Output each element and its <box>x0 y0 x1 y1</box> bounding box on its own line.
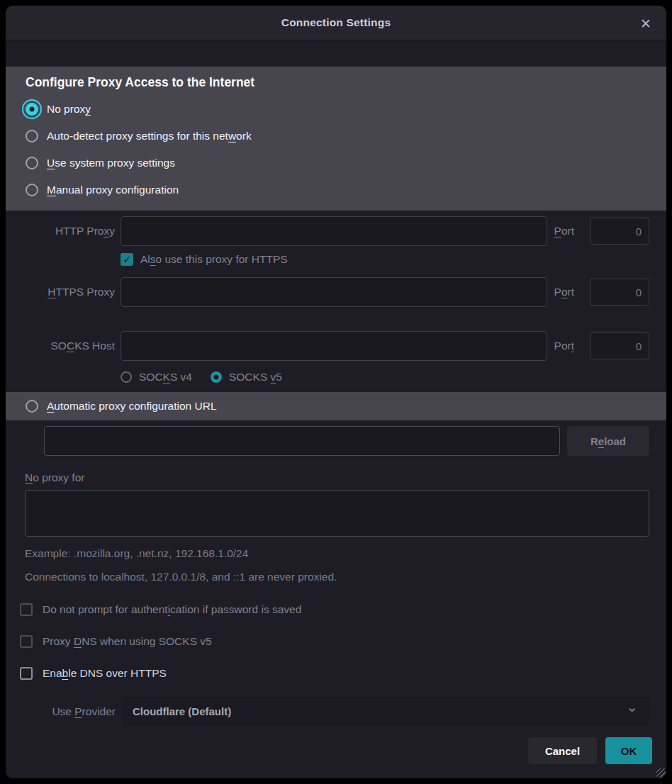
no-proxy-example-text: Example: .mozilla.org, .net.nz, 192.168.… <box>25 547 666 560</box>
socks-port-input[interactable] <box>590 332 649 359</box>
https-port-label: Port <box>554 286 574 298</box>
ok-button[interactable]: OK <box>605 737 652 764</box>
auto-proxy-url-input-row: Reload <box>44 426 649 456</box>
also-https-checkbox[interactable]: ✓ <box>121 253 133 266</box>
dialog-footer: Cancel OK <box>6 737 652 764</box>
dns-provider-selected-option: Cloudflare (Default) <box>133 705 231 717</box>
http-proxy-input[interactable] <box>121 216 547 246</box>
also-https-label: Also use this proxy for HTTPS <box>140 253 288 266</box>
check-icon: ✓ <box>123 254 131 264</box>
socks-host-label: SOCKS Host <box>20 340 115 352</box>
proxy-dns-socks5-label: Proxy DNS when using SOCKS v5 <box>43 635 212 648</box>
radio-row-system-proxy[interactable]: Use system proxy settings <box>26 150 646 177</box>
radio-auto-proxy-url[interactable] <box>26 400 38 413</box>
no-prompt-auth-checkbox[interactable] <box>20 603 33 616</box>
https-proxy-row: HTTPS Proxy Port <box>6 277 666 307</box>
socks-v4-label: SOCKS v4 <box>139 371 192 383</box>
enable-doh-checkbox[interactable] <box>20 667 33 680</box>
radio-manual-proxy[interactable] <box>26 184 38 196</box>
resize-grip[interactable] <box>656 768 666 778</box>
enable-doh-label: Enable DNS over HTTPS <box>43 667 167 680</box>
radio-no-proxy-label: No proxy <box>47 103 91 116</box>
http-proxy-row: HTTP Proxy Port <box>6 216 666 246</box>
proxy-dns-socks5-row[interactable]: Proxy DNS when using SOCKS v5 <box>20 635 666 648</box>
dns-provider-row: Use Provider Cloudflare (Default) ⌄ <box>20 697 649 726</box>
https-proxy-label: HTTPS Proxy <box>20 286 115 298</box>
connection-settings-dialog: Connection Settings ✕ Configure Proxy Ac… <box>6 6 666 778</box>
auto-proxy-url-label: Automatic proxy configuration URL <box>47 400 217 413</box>
radio-row-no-proxy[interactable]: No proxy <box>26 96 646 123</box>
http-proxy-label: HTTP Proxy <box>20 225 115 237</box>
http-port-input[interactable] <box>590 218 649 245</box>
http-port-label: Port <box>554 225 574 237</box>
https-proxy-input[interactable] <box>121 277 547 307</box>
chevron-down-icon: ⌄ <box>626 698 638 715</box>
no-prompt-auth-label: Do not prompt for authentication if pass… <box>43 603 301 616</box>
auto-proxy-url-input[interactable] <box>44 426 560 456</box>
dns-provider-select[interactable]: Cloudflare (Default) ⌄ <box>123 697 649 726</box>
no-proxy-for-textarea[interactable] <box>25 490 649 537</box>
also-https-row[interactable]: ✓ Also use this proxy for HTTPS <box>121 253 666 266</box>
dialog-titlebar: Connection Settings ✕ <box>6 6 666 40</box>
https-port-input[interactable] <box>590 279 649 306</box>
reload-button[interactable]: Reload <box>567 426 649 456</box>
radio-system-proxy-label: Use system proxy settings <box>47 157 175 169</box>
socks-host-input[interactable] <box>121 331 547 361</box>
socks-v5-label: SOCKS v5 <box>229 371 282 383</box>
radio-row-auto-detect[interactable]: Auto-detect proxy settings for this netw… <box>26 123 646 150</box>
socks-port-label: Port <box>554 340 574 352</box>
radio-auto-detect-label: Auto-detect proxy settings for this netw… <box>47 130 252 142</box>
dialog-title: Connection Settings <box>281 16 391 29</box>
radio-row-manual-proxy[interactable]: Manual proxy configuration <box>26 177 646 203</box>
enable-doh-row[interactable]: Enable DNS over HTTPS <box>20 667 666 680</box>
radio-manual-proxy-label: Manual proxy configuration <box>47 184 179 196</box>
radio-socks-v4[interactable] <box>121 371 132 383</box>
use-provider-label: Use Provider <box>20 705 116 718</box>
top-spacer <box>6 40 666 67</box>
radio-auto-detect[interactable] <box>26 130 38 142</box>
radio-socks-v5[interactable] <box>211 371 222 383</box>
localhost-note-text: Connections to localhost, 127.0.0.1/8, a… <box>25 571 666 583</box>
section-heading: Configure Proxy Access to the Internet <box>26 75 646 90</box>
socks-host-row: SOCKS Host Port <box>6 331 666 361</box>
auto-proxy-row[interactable]: Automatic proxy configuration URL <box>6 392 666 420</box>
radio-no-proxy[interactable] <box>26 103 38 116</box>
no-prompt-auth-row[interactable]: Do not prompt for authentication if pass… <box>20 603 666 616</box>
socks-version-row: SOCKS v4 SOCKS v5 <box>121 371 666 383</box>
radio-system-proxy[interactable] <box>26 157 38 169</box>
no-proxy-for-label: No proxy for <box>25 471 666 484</box>
close-icon[interactable]: ✕ <box>635 13 656 34</box>
proxy-mode-section: Configure Proxy Access to the Internet N… <box>6 67 666 211</box>
cancel-button[interactable]: Cancel <box>528 737 597 764</box>
proxy-dns-socks5-checkbox[interactable] <box>20 635 33 648</box>
